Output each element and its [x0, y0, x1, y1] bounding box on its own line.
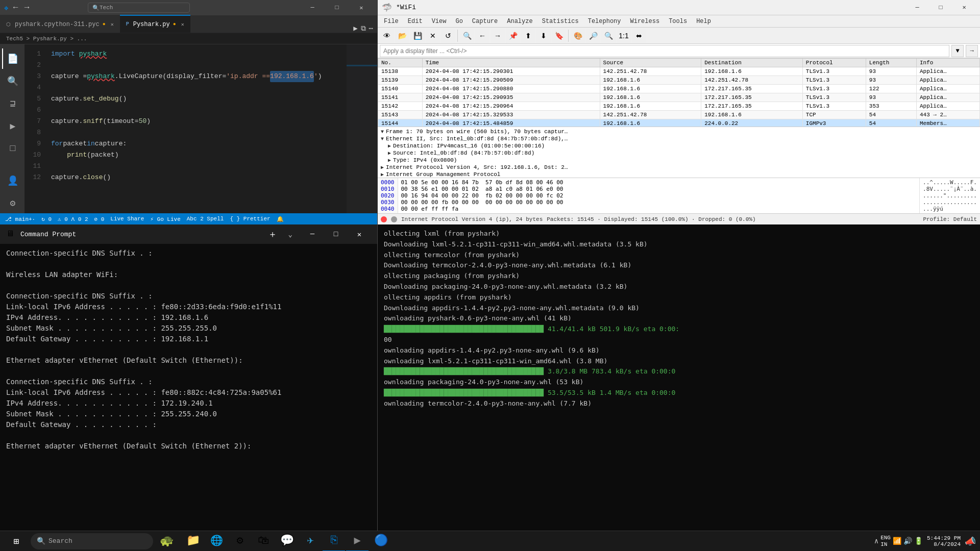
- volume-icon[interactable]: 🔊: [903, 537, 912, 545]
- toolbar-new-capture[interactable]: 👁: [380, 29, 394, 43]
- code-editor[interactable]: import pyshark capture = pyshark.LiveCap…: [45, 44, 377, 213]
- toolbar-save[interactable]: 💾: [410, 29, 425, 43]
- ws-close-button[interactable]: ✕: [952, 0, 976, 15]
- menu-file[interactable]: File: [380, 17, 403, 26]
- minimize-button[interactable]: ─: [301, 0, 324, 15]
- statusbar-liveshare[interactable]: Live Share: [110, 216, 144, 222]
- battery-icon[interactable]: 🔋: [914, 537, 923, 545]
- menu-edit[interactable]: Edit: [404, 17, 427, 26]
- toolbar-back[interactable]: ←: [475, 29, 489, 43]
- ws-minimize-button[interactable]: ─: [905, 0, 929, 15]
- taskbar-avatar[interactable]: 🐢: [155, 531, 178, 552]
- activity-source-control[interactable]: ⊒: [2, 93, 22, 114]
- taskbar-edge[interactable]: 🌐: [205, 531, 228, 552]
- toolbar-next-mark[interactable]: ⬇: [536, 29, 551, 43]
- statusbar-golive[interactable]: ⚡ Go Live: [150, 216, 180, 222]
- table-row[interactable]: 151422024-04-08 17:42:15.290964192.168.1…: [378, 102, 980, 111]
- start-button[interactable]: ⊞: [4, 531, 29, 552]
- cmd-tab-dropdown[interactable]: ⌄: [284, 230, 297, 239]
- statusbar-warnings[interactable]: ⊘ 0: [94, 216, 104, 222]
- taskbar-telegram[interactable]: ✈: [299, 531, 322, 552]
- taskbar-file-explorer[interactable]: 📁: [182, 531, 204, 552]
- cmd-maximize-button[interactable]: □: [324, 224, 348, 244]
- maximize-button[interactable]: □: [325, 0, 349, 15]
- title-search-bar[interactable]: 🔍 Tech: [88, 3, 190, 13]
- tab-pyshark-py[interactable]: P Pyshark.py ● ✕: [120, 15, 190, 33]
- menu-analyze[interactable]: Analyze: [503, 17, 536, 26]
- detail-row[interactable]: ▼Ethernet II, Src: Intel_0b:df:8d (84:7b…: [378, 135, 980, 142]
- table-row[interactable]: 151412024-04-08 17:42:15.290935192.168.1…: [378, 93, 980, 102]
- toolbar-mark[interactable]: 📌: [506, 29, 520, 43]
- menu-wireless[interactable]: Wireless: [626, 17, 664, 26]
- toolbar-open[interactable]: 📂: [395, 29, 409, 43]
- activity-search[interactable]: 🔍: [2, 71, 22, 91]
- forward-button[interactable]: →: [22, 4, 31, 12]
- taskbar-store[interactable]: 🛍: [252, 531, 275, 552]
- table-row[interactable]: 151382024-04-08 17:42:15.290301142.251.4…: [378, 67, 980, 76]
- toolbar-filter-exp[interactable]: 🔖: [552, 29, 566, 43]
- detail-row[interactable]: ▶Internet Protocol Version 4, Src: 192.1…: [378, 164, 980, 171]
- activity-explorer[interactable]: 📄: [2, 48, 22, 69]
- taskbar-vscode[interactable]: ⎘: [323, 531, 345, 552]
- table-row[interactable]: 151402024-04-08 17:42:15.290880192.168.1…: [378, 85, 980, 93]
- taskbar-search[interactable]: 🔍 Search: [31, 533, 153, 549]
- detail-row[interactable]: ▶Destination: IPv4mcast_16 (01:00:5e:00:…: [378, 142, 980, 149]
- statusbar-notification[interactable]: 🔔: [277, 216, 284, 222]
- detail-row[interactable]: ▶Source: Intel_0b:df:8d (84:7b:57:0b:df:…: [378, 149, 980, 157]
- toolbar-prev-mark[interactable]: ⬆: [521, 29, 535, 43]
- systray-lang[interactable]: ENG IN: [880, 535, 891, 547]
- taskbar-browser2[interactable]: 🔵: [370, 531, 392, 552]
- notification-icon[interactable]: 📣: [965, 536, 976, 547]
- toolbar-resize-cols[interactable]: ⬌: [632, 29, 646, 43]
- toolbar-zoom-out[interactable]: 🔍: [601, 29, 616, 43]
- detail-row[interactable]: ▶Internet Group Management Protocol: [378, 171, 980, 178]
- run-button[interactable]: ▶: [353, 24, 357, 33]
- taskbar-terminal[interactable]: ▶: [346, 531, 369, 552]
- systray-up-arrow[interactable]: ∧: [874, 537, 878, 545]
- more-actions-button[interactable]: ⋯: [369, 24, 373, 33]
- statusbar-errors[interactable]: ⚠ 0 Λ 0 2: [58, 216, 88, 222]
- display-filter-input[interactable]: [380, 45, 949, 57]
- wifi-icon[interactable]: 📶: [893, 537, 901, 545]
- cmd-minimize-button[interactable]: ─: [301, 224, 324, 244]
- toolbar-reload[interactable]: ↺: [441, 29, 455, 43]
- toolbar-zoom-normal[interactable]: 1:1: [617, 29, 631, 43]
- table-row[interactable]: 151432024-04-08 17:42:15.329533142.251.4…: [378, 111, 980, 119]
- menu-tools[interactable]: Tools: [665, 17, 691, 26]
- statusbar-spell[interactable]: Abc 2 Spell: [187, 216, 224, 222]
- split-editor-button[interactable]: ⧉: [361, 24, 366, 33]
- activity-extensions[interactable]: □: [2, 138, 22, 159]
- taskbar-settings[interactable]: ⚙: [229, 531, 251, 552]
- back-button[interactable]: ←: [11, 4, 19, 12]
- cmd-add-tab-button[interactable]: ＋: [265, 224, 280, 244]
- toolbar-zoom-in[interactable]: 🔎: [586, 29, 600, 43]
- toolbar-find[interactable]: 🔍: [460, 29, 474, 43]
- toolbar-colorize[interactable]: 🎨: [571, 29, 585, 43]
- menu-go[interactable]: Go: [451, 17, 467, 26]
- taskbar-whatsapp[interactable]: 💬: [276, 531, 298, 552]
- table-row[interactable]: 151442024-04-08 17:42:15.484859192.168.1…: [378, 119, 980, 128]
- menu-capture[interactable]: Capture: [468, 17, 502, 26]
- detail-row[interactable]: ▶Type: IPv4 (0x0800): [378, 157, 980, 164]
- filter-arrow-button[interactable]: ▼: [951, 45, 964, 57]
- detail-row[interactable]: ▼Frame 1: 70 bytes on wire (560 bits), 7…: [378, 128, 980, 135]
- menu-telephony[interactable]: Telephony: [584, 17, 625, 26]
- statusbar-prettier[interactable]: { } Prettier: [230, 216, 270, 222]
- toolbar-close[interactable]: ✕: [426, 29, 440, 43]
- filter-submit-button[interactable]: →: [966, 45, 978, 57]
- menu-view[interactable]: View: [428, 17, 451, 26]
- ws-maximize-button[interactable]: □: [929, 0, 952, 15]
- tab-close-active-icon[interactable]: ✕: [181, 21, 184, 28]
- menu-statistics[interactable]: Statistics: [538, 17, 583, 26]
- activity-settings[interactable]: ⚙: [2, 193, 22, 213]
- toolbar-fwd[interactable]: →: [491, 29, 505, 43]
- cmd-close-button[interactable]: ✕: [348, 224, 371, 244]
- close-button[interactable]: ✕: [350, 0, 373, 15]
- statusbar-branch[interactable]: ⎇ main+·: [5, 216, 35, 222]
- tab-close-icon[interactable]: ✕: [111, 21, 114, 28]
- activity-run-debug[interactable]: ▶: [2, 116, 22, 136]
- table-row[interactable]: 151392024-04-08 17:42:15.290509192.168.1…: [378, 76, 980, 85]
- statusbar-sync[interactable]: ↻ 0: [41, 216, 52, 222]
- activity-accounts[interactable]: 👤: [2, 170, 22, 191]
- menu-help[interactable]: Help: [692, 17, 715, 26]
